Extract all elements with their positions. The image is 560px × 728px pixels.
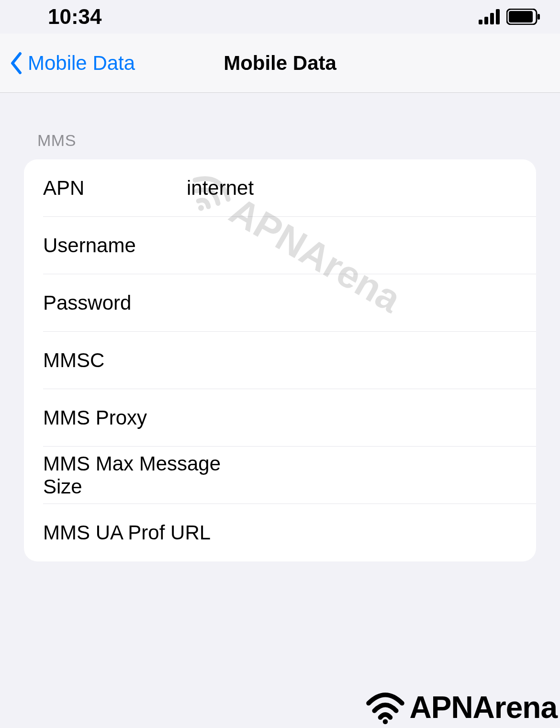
username-field[interactable] <box>187 234 517 257</box>
row-label: Password <box>43 291 187 314</box>
settings-row-password[interactable]: Password <box>24 274 536 332</box>
row-label: APN <box>43 177 187 200</box>
nav-bar: Mobile Data Mobile Data <box>0 34 560 93</box>
page-title: Mobile Data <box>224 52 336 75</box>
svg-point-8 <box>383 719 388 725</box>
svg-rect-2 <box>490 13 494 24</box>
row-label: MMSC <box>43 349 187 372</box>
row-label: MMS Proxy <box>43 406 187 429</box>
settings-row-mms-proxy[interactable]: MMS Proxy <box>24 389 536 447</box>
section-header-mms: MMS <box>24 93 536 159</box>
wifi-icon <box>364 691 406 724</box>
mms-ua-prof-field[interactable] <box>211 521 517 544</box>
status-indicators <box>479 9 541 25</box>
svg-rect-5 <box>509 11 533 22</box>
settings-row-mms-max-size[interactable]: MMS Max Message Size <box>24 447 536 504</box>
row-label: Username <box>43 234 187 257</box>
settings-group-mms: APN Username Password MMSC MMS Proxy MMS… <box>24 159 536 561</box>
status-bar: 10:34 <box>0 0 560 34</box>
svg-rect-1 <box>484 17 488 24</box>
settings-row-username[interactable]: Username <box>24 217 536 274</box>
chevron-left-icon <box>10 52 23 75</box>
battery-icon <box>506 9 541 25</box>
watermark-bottom: APNArena <box>364 690 557 725</box>
password-field[interactable] <box>187 291 517 314</box>
row-label: MMS UA Prof URL <box>43 521 211 544</box>
status-time: 10:34 <box>48 5 102 29</box>
svg-rect-6 <box>538 14 540 20</box>
svg-rect-3 <box>496 9 500 24</box>
back-label: Mobile Data <box>28 52 135 75</box>
mms-max-size-field[interactable] <box>264 464 517 487</box>
watermark-text: APNArena <box>409 690 557 725</box>
cellular-signal-icon <box>479 9 501 24</box>
mmsc-field[interactable] <box>187 349 517 372</box>
row-label: MMS Max Message Size <box>43 452 264 498</box>
settings-row-mms-ua-prof[interactable]: MMS UA Prof URL <box>24 504 536 561</box>
svg-rect-0 <box>479 20 482 24</box>
back-button[interactable]: Mobile Data <box>10 52 135 75</box>
settings-row-apn[interactable]: APN <box>24 159 536 217</box>
settings-row-mmsc[interactable]: MMSC <box>24 332 536 389</box>
apn-field[interactable] <box>187 177 517 200</box>
mms-proxy-field[interactable] <box>187 406 517 429</box>
